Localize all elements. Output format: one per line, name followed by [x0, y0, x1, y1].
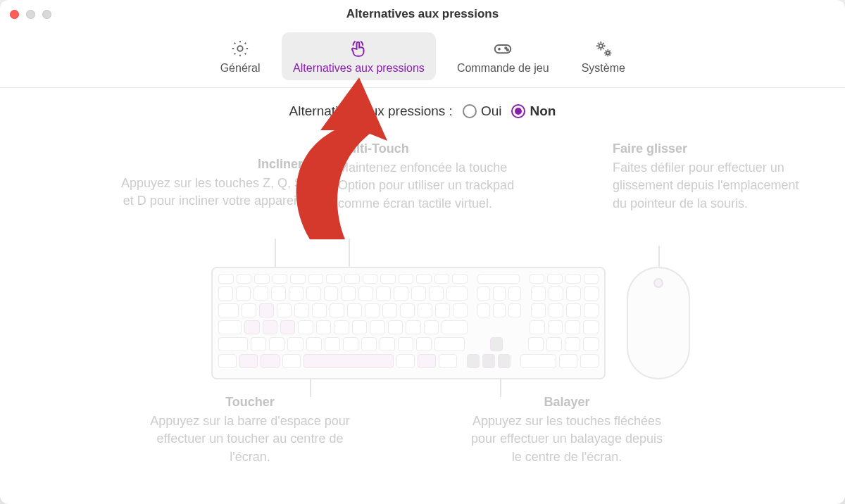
callout-glisser: Faire glisser Faites défiler pour effect… — [613, 140, 803, 213]
svg-point-4 — [599, 44, 603, 49]
close-button[interactable] — [10, 10, 19, 19]
callout-desc: Appuyez sur la barre d'espace pour effec… — [148, 412, 352, 466]
svg-point-0 — [237, 46, 242, 51]
radio-oui[interactable]: Oui — [463, 103, 502, 119]
callout-incliner: Incliner Appuyez sur les touches Z, Q, S… — [120, 156, 303, 210]
radio-text: Non — [530, 103, 556, 119]
tab-label: Alternatives aux pressions — [293, 62, 425, 75]
tab-label: Système — [582, 62, 625, 75]
minimize-button[interactable] — [26, 10, 35, 19]
callout-desc: Appuyez sur les touches Z, Q, S et D pou… — [120, 175, 303, 210]
tab-label: Général — [220, 62, 261, 75]
callout-desc: Appuyez sur les touches fléchées pour ef… — [465, 412, 669, 466]
svg-point-5 — [606, 51, 610, 55]
callout-title: Multi-Touch — [338, 140, 542, 158]
gears-icon — [593, 38, 614, 59]
content-area: Alternatives aux pressions : Oui Non Inc… — [0, 88, 845, 504]
callout-balayer: Balayer Appuyez sur les touches fléchées… — [465, 393, 669, 466]
toggle-row: Alternatives aux pressions : Oui Non — [28, 103, 817, 119]
radio-icon — [463, 104, 477, 118]
diagram-area: Incliner Appuyez sur les touches Z, Q, S… — [28, 147, 817, 504]
toggle-label: Alternatives aux pressions : — [289, 103, 453, 119]
mouse-illustration — [627, 267, 690, 379]
gear-icon — [230, 38, 250, 59]
tab-system[interactable]: Système — [570, 32, 637, 80]
callout-desc: Maintenez enfoncée la touche Option pour… — [338, 159, 542, 213]
svg-point-3 — [507, 49, 508, 51]
tab-label: Commande de jeu — [457, 62, 549, 75]
tab-alternatives[interactable]: Alternatives aux pressions — [282, 32, 436, 80]
radio-text: Oui — [481, 103, 502, 119]
tab-bar: Général Alternatives aux pressions Comma… — [0, 28, 845, 88]
callout-title: Toucher — [148, 393, 352, 411]
tab-general[interactable]: Général — [208, 32, 272, 80]
titlebar: Alternatives aux pressions — [0, 0, 845, 28]
callout-title: Faire glisser — [613, 140, 803, 158]
preferences-window: Alternatives aux pressions Général Alter… — [0, 0, 845, 504]
callout-toucher: Toucher Appuyez sur la barre d'espace po… — [148, 393, 352, 466]
svg-point-2 — [506, 47, 507, 49]
gamepad-icon — [492, 38, 513, 59]
keyboard-illustration — [211, 267, 606, 379]
callout-title: Incliner — [120, 156, 303, 173]
window-title: Alternatives aux pressions — [0, 0, 845, 28]
callout-desc: Faites défiler pour effectuer un glissem… — [613, 159, 803, 213]
touch-icon — [348, 38, 369, 59]
traffic-lights — [10, 10, 51, 19]
radio-non[interactable]: Non — [511, 103, 556, 119]
callout-title: Balayer — [465, 393, 669, 411]
callout-multitouch: Multi-Touch Maintenez enfoncée la touche… — [338, 140, 542, 213]
tab-gamecontrol[interactable]: Commande de jeu — [446, 32, 561, 80]
radio-icon — [511, 104, 525, 118]
zoom-button[interactable] — [42, 10, 51, 19]
